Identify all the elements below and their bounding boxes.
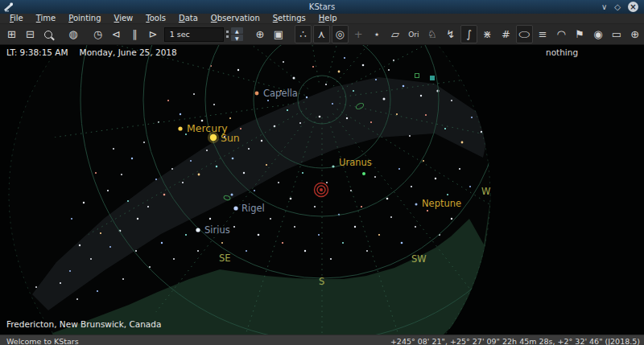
focus-info-box[interactable]: nothing xyxy=(546,47,578,57)
time-step-unit-spinner[interactable] xyxy=(226,31,229,38)
download-data-icon: ◍ xyxy=(68,28,77,40)
time-step-backward-button[interactable]: ⊲ xyxy=(108,25,125,43)
capture-image-button[interactable]: ▣ xyxy=(270,25,287,43)
main-toolbar: ⊞⊟◍◷⊲∥⊳1 sec▲▼⊕▣∴⋏◎+⋆▱Ori♘↯∫⋇#◯≡◠⚑◉▭⊕ xyxy=(0,24,644,45)
ekos-button[interactable]: ◠ xyxy=(553,25,570,43)
cardinal-w-label: W xyxy=(481,186,490,197)
toggle-constellation-names-icon: Ori xyxy=(408,31,419,39)
toggle-flags-icon: ⚑ xyxy=(575,28,584,40)
toggle-asteroids-button[interactable]: ⋇ xyxy=(479,25,496,43)
stop-clock-button[interactable]: ∥ xyxy=(126,25,143,43)
maximize-button[interactable]: ◇ xyxy=(614,3,621,11)
toggle-comets-button[interactable]: ↯ xyxy=(442,25,459,43)
minimize-button[interactable]: ∨ xyxy=(601,3,607,11)
focus-object-button[interactable]: ⊕ xyxy=(251,25,268,43)
time-step-up-button[interactable]: ▲ xyxy=(231,27,243,34)
toggle-flags-button[interactable]: ⚑ xyxy=(572,25,588,43)
indi-control-button[interactable]: ◉ xyxy=(590,25,607,43)
zoom-out-icon: ⊟ xyxy=(26,28,35,40)
set-time-icon: ◷ xyxy=(93,28,102,40)
menu-time[interactable]: Time xyxy=(30,14,62,23)
object-label-uranus: Uranus xyxy=(339,157,372,168)
object-label-neptune: Neptune xyxy=(422,198,461,209)
focus-object-icon: ⊕ xyxy=(255,28,264,40)
whats-interesting-icon: ≡ xyxy=(539,28,547,40)
find-object-button[interactable] xyxy=(40,25,57,43)
time-step-widget: 1 sec▲▼ xyxy=(164,27,243,42)
toggle-supernovae-icon: + xyxy=(354,28,363,40)
toggle-ground-icon: ◯ xyxy=(518,31,530,38)
cardinal-s-label: S xyxy=(319,276,324,287)
window-controls: ∨ ◇ × xyxy=(601,2,644,12)
sky-canvas[interactable]: CapellaMercurySunUranusNeptuneRigelSiriu… xyxy=(0,45,644,335)
advance-one-step-button[interactable]: ⊳ xyxy=(145,25,162,43)
time-info-box[interactable]: LT: 9:38:15 AMMonday, June 25, 2018 xyxy=(6,47,177,57)
time-step-input[interactable]: 1 sec xyxy=(164,27,224,42)
menu-view[interactable]: View xyxy=(108,14,140,23)
download-data-button[interactable]: ◍ xyxy=(64,25,81,43)
focus-object-label: nothing xyxy=(546,47,578,57)
toggle-constellation-art-button[interactable]: ♘ xyxy=(423,25,440,43)
close-button[interactable]: × xyxy=(628,2,638,12)
toggle-constellation-boundaries-button[interactable]: ▱ xyxy=(387,25,404,43)
location-label: Fredericton, New Brunswick, Canada xyxy=(6,319,161,329)
object-label-sun: Sun xyxy=(221,132,240,144)
status-bar: Welcome to KStars +245° 08' 21", +25° 27… xyxy=(0,335,644,345)
zoom-out-button[interactable]: ⊟ xyxy=(22,25,39,43)
kstars-window: KStars ∨ ◇ × FileTimePointingViewToolsDa… xyxy=(0,0,644,345)
menu-help[interactable]: Help xyxy=(312,14,344,23)
window-title: KStars xyxy=(0,0,644,14)
toggle-constellation-art-icon: ♘ xyxy=(427,28,437,40)
status-message: Welcome to KStars xyxy=(0,337,79,345)
fov-symbol-button[interactable]: ⊕ xyxy=(626,25,643,43)
fov-symbol-icon: ⊕ xyxy=(630,28,639,40)
toggle-constellation-boundaries-icon: ▱ xyxy=(391,28,399,40)
menu-file[interactable]: File xyxy=(3,14,30,23)
zoom-in-button[interactable]: ⊞ xyxy=(3,25,20,43)
menu-settings[interactable]: Settings xyxy=(266,14,312,23)
toggle-deep-sky-objects-icon: ◎ xyxy=(336,28,345,40)
time-step-value-spinner: ▲▼ xyxy=(231,27,243,41)
menu-bar: FileTimePointingViewToolsDataObservation… xyxy=(0,14,644,24)
toggle-deep-sky-objects-button[interactable]: ◎ xyxy=(332,25,349,43)
menu-tools[interactable]: Tools xyxy=(139,14,172,23)
toggle-constellation-lines-button[interactable]: ⋏ xyxy=(313,25,330,43)
toggle-asteroids-icon: ⋇ xyxy=(483,28,492,40)
cardinal-se-label: SE xyxy=(219,253,231,264)
toggle-constellation-names-button[interactable]: Ori xyxy=(405,25,422,43)
cursor-coordinates: +245° 08' 21", +25° 27' 09" 22h 45m 28s,… xyxy=(390,337,644,345)
magnifier-icon xyxy=(44,31,52,39)
indi-control-icon: ◉ xyxy=(593,28,602,40)
toggle-milky-way-icon: ∫ xyxy=(466,28,472,40)
toggle-constellation-lines-icon: ⋏ xyxy=(318,28,326,40)
object-label-rigel: Rigel xyxy=(242,203,265,214)
time-step-down-button[interactable]: ▼ xyxy=(231,35,243,41)
sky-map[interactable]: CapellaMercurySunUranusNeptuneRigelSiriu… xyxy=(0,45,644,335)
set-time-button[interactable]: ◷ xyxy=(89,25,106,43)
toggle-equatorial-grid-icon: # xyxy=(502,28,510,40)
date-label: Monday, June 25, 2018 xyxy=(80,47,177,57)
local-time-label: LT: 9:38:15 AM xyxy=(6,47,68,57)
toggle-satellites-button[interactable]: ⋆ xyxy=(369,25,386,43)
toggle-satellites-icon: ⋆ xyxy=(374,28,380,40)
cardinal-sw-label: SW xyxy=(411,253,427,265)
hips-overlay-button[interactable]: ▭ xyxy=(608,25,625,43)
menu-observation[interactable]: Observation xyxy=(204,14,266,23)
toggle-stars-button[interactable]: ∴ xyxy=(295,25,312,43)
toggle-ground-button[interactable]: ◯ xyxy=(516,25,533,43)
toggle-milky-way-button[interactable]: ∫ xyxy=(460,25,477,43)
toggle-comets-icon: ↯ xyxy=(446,28,455,40)
title-bar[interactable]: KStars ∨ ◇ × xyxy=(0,0,644,14)
whats-interesting-button[interactable]: ≡ xyxy=(535,25,551,43)
menu-pointing[interactable]: Pointing xyxy=(62,14,107,23)
ekos-icon: ◠ xyxy=(556,28,565,40)
zoom-in-icon: ⊞ xyxy=(7,28,16,40)
menu-data[interactable]: Data xyxy=(172,14,204,23)
capture-image-icon: ▣ xyxy=(274,28,283,40)
toggle-equatorial-grid-button[interactable]: # xyxy=(497,25,514,43)
geo-info-box[interactable]: Fredericton, New Brunswick, Canada xyxy=(6,319,161,329)
stop-clock-icon: ∥ xyxy=(132,28,138,40)
sky-dome xyxy=(8,45,589,335)
object-label-capella: Capella xyxy=(263,88,298,99)
toggle-supernovae-button[interactable]: + xyxy=(350,25,367,43)
